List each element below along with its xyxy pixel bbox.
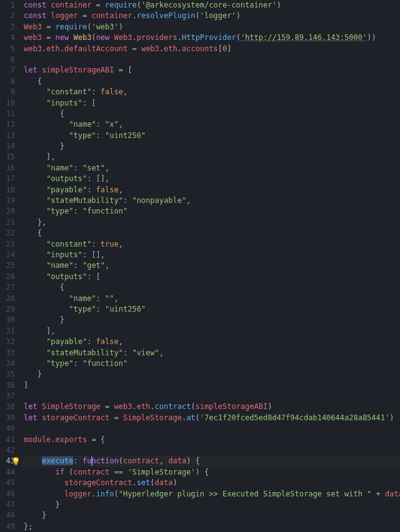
code-token: web3 bbox=[141, 44, 159, 53]
code-token: contract bbox=[155, 402, 191, 411]
code-line[interactable]: } bbox=[24, 141, 400, 152]
code-token: = bbox=[42, 33, 56, 42]
code-token: ( bbox=[191, 402, 195, 411]
code-token: "name" bbox=[69, 294, 96, 303]
code-line[interactable]: { bbox=[24, 109, 400, 119]
code-token: eth bbox=[137, 402, 151, 411]
code-token: { bbox=[24, 77, 42, 86]
code-token: '7ec1f20fced5ed8d47f94cdab140644a28a8544… bbox=[200, 413, 389, 422]
code-line[interactable]: storageContract.set(data) bbox=[24, 478, 400, 488]
code-line[interactable]: } bbox=[24, 510, 400, 521]
lightbulb-icon[interactable]: 💡 bbox=[11, 456, 21, 467]
code-line[interactable]: } bbox=[24, 315, 400, 325]
code-token: "view" bbox=[132, 348, 159, 357]
code-line[interactable]: module.exports = { bbox=[24, 435, 400, 445]
code-line[interactable]: { bbox=[24, 282, 400, 293]
code-token: ) bbox=[172, 478, 177, 487]
code-line[interactable]: } bbox=[24, 500, 400, 510]
code-line[interactable]: ], bbox=[24, 152, 400, 162]
code-line[interactable]: "inputs": [], bbox=[24, 250, 400, 260]
code-token: SimpleStorage bbox=[123, 413, 182, 422]
code-token: ( bbox=[114, 490, 119, 498]
code-line[interactable]: "constant": false, bbox=[24, 87, 400, 97]
code-token: }; bbox=[24, 522, 32, 531]
code-token: ( bbox=[236, 33, 241, 42]
code-line[interactable]: Web3 = require('web3') bbox=[24, 22, 400, 32]
code-editor[interactable]: 1234567891011121314151617181920212223242… bbox=[0, 0, 400, 532]
code-line[interactable]: }, bbox=[24, 217, 400, 228]
code-line[interactable]: "type": "uint256" bbox=[24, 131, 400, 141]
code-line[interactable] bbox=[24, 445, 400, 456]
code-token: "name" bbox=[46, 164, 73, 172]
code-line[interactable]: let simpleStorageABI = [ bbox=[24, 65, 400, 76]
code-line[interactable]: "name": "set", bbox=[24, 163, 400, 174]
code-line[interactable]: { bbox=[24, 76, 400, 87]
code-line[interactable]: }; bbox=[24, 521, 400, 532]
code-line[interactable]: { bbox=[24, 228, 400, 239]
code-line[interactable]: "stateMutability": "nonpayable", bbox=[24, 195, 400, 206]
line-number: 46 bbox=[0, 489, 15, 500]
code-line[interactable]: "type": "function" bbox=[24, 206, 400, 217]
code-line[interactable]: "name": "get", bbox=[24, 260, 400, 271]
line-number: 30 bbox=[0, 315, 15, 325]
code-line[interactable] bbox=[24, 54, 400, 65]
code-token: = { bbox=[87, 435, 105, 444]
code-line[interactable]: "outputs": [ bbox=[24, 272, 400, 282]
code-line[interactable]: let storageContract = SimpleStorage.at('… bbox=[24, 413, 400, 423]
code-token: 'SimpleStorage' bbox=[128, 468, 195, 476]
code-token: = bbox=[42, 22, 56, 31]
code-token: function bbox=[82, 456, 119, 465]
code-token: } bbox=[24, 370, 42, 378]
code-line[interactable]: 💡 execute: function(contract, data) { bbox=[22, 456, 400, 466]
code-line[interactable]: "payable": false, bbox=[24, 337, 400, 347]
code-line[interactable]: "stateMutability": "view", bbox=[24, 348, 400, 358]
code-token: ( bbox=[137, 1, 141, 9]
code-line[interactable]: web3.eth.defaultAccount = web3.eth.accou… bbox=[24, 44, 400, 54]
code-line[interactable]: "name": "", bbox=[24, 293, 400, 304]
code-token: "get" bbox=[82, 261, 105, 270]
code-token: : bbox=[73, 164, 82, 172]
code-line[interactable]: if (contract == 'SimpleStorage') { bbox=[24, 467, 400, 478]
code-line[interactable] bbox=[24, 391, 400, 401]
code-line[interactable]: const container = require('@arkecosystem… bbox=[24, 0, 400, 11]
code-token: , bbox=[105, 261, 109, 270]
code-token: Web3 bbox=[24, 22, 42, 31]
code-line[interactable]: ], bbox=[24, 326, 400, 337]
line-number: 1 bbox=[0, 0, 15, 11]
code-line[interactable]: ] bbox=[24, 380, 400, 391]
code-line[interactable]: let SimpleStorage = web3.eth.contract(si… bbox=[24, 401, 400, 412]
code-line[interactable]: "payable": false, bbox=[24, 185, 400, 195]
code-line[interactable]: "type": "function" bbox=[24, 358, 400, 369]
code-token: : bbox=[96, 294, 105, 303]
code-line[interactable]: const logger = container.resolvePlugin('… bbox=[24, 11, 400, 21]
code-line[interactable]: "name": "x", bbox=[24, 119, 400, 130]
code-line[interactable] bbox=[24, 423, 400, 434]
code-token: "" bbox=[105, 294, 114, 303]
code-line[interactable]: "inputs": [ bbox=[24, 98, 400, 109]
code-token: ) bbox=[389, 413, 394, 422]
code-area[interactable]: const container = require('@arkecosystem… bbox=[24, 0, 400, 532]
code-token: ], bbox=[24, 327, 56, 335]
code-token: "payable" bbox=[46, 337, 87, 346]
code-token: "constant" bbox=[46, 240, 91, 249]
code-line[interactable]: } bbox=[24, 369, 400, 380]
code-token: = [ bbox=[114, 66, 132, 74]
code-token: data bbox=[385, 490, 400, 498]
code-line[interactable]: "outputs": [], bbox=[24, 174, 400, 184]
code-token: resolvePlugin bbox=[137, 11, 196, 20]
code-token: at bbox=[186, 413, 195, 422]
code-line[interactable]: web3 = new Web3(new Web3.providers.HttpP… bbox=[24, 32, 400, 43]
line-number: 21 bbox=[0, 217, 15, 228]
code-token: '@arkecosystem/core-container' bbox=[141, 1, 277, 9]
line-number: 6 bbox=[0, 54, 15, 65]
code-token: , bbox=[186, 196, 191, 205]
code-line[interactable]: logger.info("Hyperledger plugin >> Execu… bbox=[24, 489, 400, 500]
code-token: } bbox=[24, 315, 64, 324]
code-line[interactable]: "type": "uint256" bbox=[24, 304, 400, 315]
code-token: 'web3' bbox=[91, 22, 118, 31]
code-token: simpleStorageABI bbox=[42, 66, 114, 74]
code-token bbox=[24, 468, 56, 476]
code-line[interactable]: "constant": true, bbox=[24, 239, 400, 250]
code-token: } bbox=[24, 142, 64, 150]
code-token: 'http://159.89.146.143:5000' bbox=[241, 33, 367, 42]
